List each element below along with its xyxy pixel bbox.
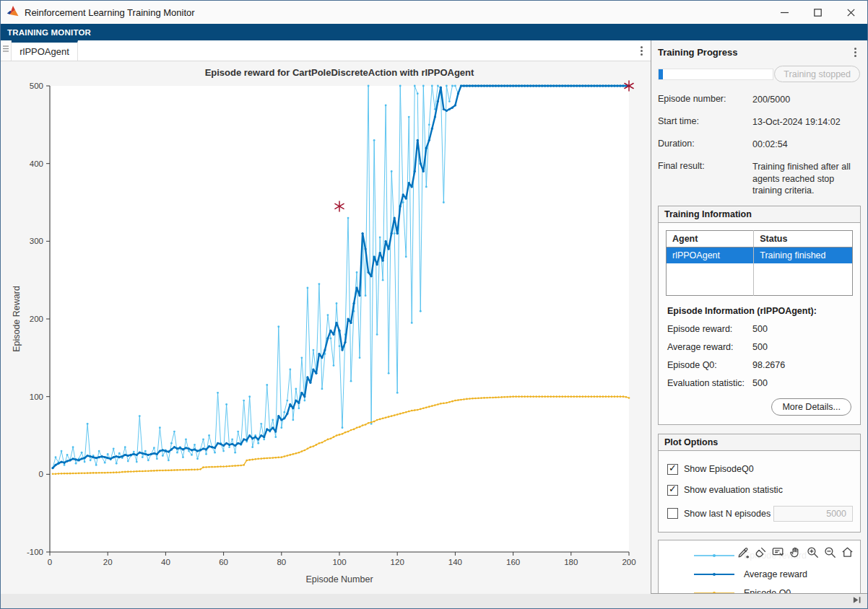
svg-text:Episode Number: Episode Number: [305, 574, 373, 584]
last-n-episodes-input[interactable]: [773, 506, 853, 522]
title-bar: Reinforcement Learning Training Monitor: [1, 1, 867, 24]
svg-text:-100: -100: [27, 548, 43, 556]
training-progress-panel: Training Progress Training stopped Episo…: [651, 40, 867, 593]
matlab-logo-icon: [6, 5, 19, 19]
figure-area: 020406080100120140160180200-100010020030…: [1, 61, 651, 594]
svg-text:100: 100: [30, 393, 43, 401]
svg-text:0: 0: [39, 470, 43, 478]
svg-text:120: 120: [391, 558, 404, 566]
tab-rlppoagent[interactable]: rlPPOAgent: [12, 40, 78, 61]
chart-legend-panel: Episode reward Average reward Episode Q0…: [658, 540, 861, 593]
more-details-button[interactable]: More Details...: [771, 398, 851, 416]
svg-text:Episode Reward: Episode Reward: [12, 286, 22, 352]
toolstrip: TRAINING MONITOR: [1, 24, 867, 40]
axes-toolbar: [734, 545, 856, 561]
tab-strip-menu-icon[interactable]: [632, 40, 651, 61]
agents-col-header[interactable]: Agent: [667, 231, 754, 247]
plot-options-title: Plot Options: [659, 434, 860, 451]
episode-q0-line-sample: [693, 588, 735, 593]
training-progress-menu-icon[interactable]: [846, 45, 864, 58]
show-last-n-episodes-checkbox[interactable]: [667, 508, 678, 519]
episode-q0-row: Episode Q0:98.2676: [667, 360, 853, 370]
svg-text:160: 160: [506, 558, 520, 566]
training-information-panel: Training Information Agent Status rlPPOA…: [658, 206, 861, 425]
agent-row-rlppoagent[interactable]: rlPPOAgent Training finished: [667, 247, 853, 264]
svg-text:400: 400: [30, 159, 43, 168]
episode-number-row: Episode number: 200/5000: [658, 94, 859, 106]
training-progress-bar: [658, 69, 773, 80]
svg-text:100: 100: [332, 558, 346, 566]
expand-panel-icon[interactable]: [852, 595, 862, 607]
legend-item-average-reward: Average reward: [693, 569, 854, 580]
svg-text:200: 200: [622, 558, 635, 566]
svg-text:80: 80: [277, 558, 286, 566]
toolstrip-tab-training-monitor[interactable]: TRAINING MONITOR: [1, 28, 91, 37]
svg-text:180: 180: [564, 558, 578, 566]
episode-reward-line-sample: [693, 551, 735, 561]
plot-options-panel: Plot Options Show EpisodeQ0 Show evaluat…: [658, 434, 861, 533]
restore-view-icon[interactable]: [838, 545, 856, 561]
svg-text:200: 200: [30, 315, 43, 323]
tab-strip-handle[interactable]: [1, 40, 12, 61]
figure-panel: rlPPOAgent 020406080100120140160180200-1…: [1, 40, 651, 593]
final-result-row: Final result: Training finished after al…: [658, 161, 859, 198]
window-title: Reinforcement Learning Training Monitor: [25, 7, 195, 18]
show-evaluation-statistic-checkbox[interactable]: [667, 485, 678, 496]
export-icon[interactable]: [734, 545, 752, 561]
average-reward-row: Average reward:500: [667, 342, 853, 352]
show-evaluation-statistic-option[interactable]: Show evaluation statistic: [667, 485, 853, 496]
svg-text:40: 40: [161, 558, 170, 566]
agents-table: Agent Status rlPPOAgent Training finishe…: [666, 230, 853, 296]
zoom-out-icon[interactable]: [821, 545, 838, 561]
svg-text:140: 140: [448, 558, 462, 566]
duration-row: Duration: 00:02:54: [658, 139, 859, 151]
episode-reward-row: Episode reward:500: [667, 324, 853, 334]
evaluation-statistic-row: Evaluation statistic:500: [667, 378, 853, 388]
average-reward-line-sample: [693, 569, 735, 579]
datatips-icon[interactable]: [769, 545, 786, 561]
show-episodeq0-option[interactable]: Show EpisodeQ0: [667, 464, 853, 475]
training-information-title: Training Information: [659, 206, 860, 223]
svg-text:0: 0: [48, 558, 52, 566]
horizontal-scrollbar[interactable]: [1, 593, 867, 608]
app-window: Reinforcement Learning Training Monitor …: [0, 0, 868, 609]
svg-text:20: 20: [103, 558, 113, 566]
brush-icon[interactable]: [752, 545, 769, 561]
start-time-row: Start time: 13-Oct-2024 19:14:02: [658, 116, 859, 128]
show-episodeq0-checkbox[interactable]: [667, 464, 678, 475]
pan-icon[interactable]: [786, 545, 804, 561]
training-stopped-button: Training stopped: [774, 66, 860, 82]
minimize-button[interactable]: [768, 1, 801, 24]
maximize-button[interactable]: [801, 1, 834, 24]
status-col-header[interactable]: Status: [754, 231, 853, 247]
show-last-n-episodes-option[interactable]: Show last N episodes: [667, 506, 853, 522]
close-button[interactable]: [834, 1, 867, 24]
svg-text:60: 60: [219, 558, 228, 566]
svg-text:500: 500: [30, 82, 43, 90]
reward-chart[interactable]: 020406080100120140160180200-100010020030…: [1, 61, 651, 594]
svg-text:Episode reward for CartPoleDis: Episode reward for CartPoleDiscreteActio…: [205, 67, 474, 78]
svg-text:300: 300: [30, 237, 43, 245]
zoom-in-icon[interactable]: [804, 545, 821, 561]
training-progress-title: Training Progress: [658, 47, 738, 58]
episode-information-title: Episode Information (rlPPOAgent):: [667, 306, 853, 316]
document-tab-strip: rlPPOAgent: [1, 40, 651, 61]
legend-item-episode-q0: Episode Q0: [693, 587, 854, 593]
